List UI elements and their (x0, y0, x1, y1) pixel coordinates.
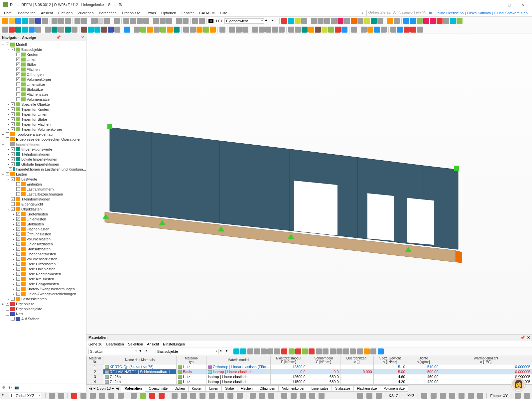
expand-icon[interactable]: ▸ (12, 212, 15, 216)
tree-checkbox[interactable] (16, 72, 20, 76)
expand-icon[interactable]: ▸ (12, 232, 15, 236)
expand-icon[interactable]: ▸ (7, 158, 10, 161)
new-icon[interactable] (2, 18, 8, 24)
tree-checkbox[interactable] (16, 282, 20, 286)
s45-icon[interactable] (322, 27, 328, 33)
sb13-icon[interactable] (172, 393, 178, 399)
expand-icon[interactable]: ▸ (7, 113, 10, 116)
tree-item[interactable]: Stäbe (0, 62, 86, 67)
zoom-icon[interactable] (183, 18, 189, 24)
tab-liniensätze[interactable]: Liniensätze (308, 385, 332, 392)
tree-item[interactable]: Öffnungen (0, 72, 86, 77)
help-icon[interactable] (378, 348, 384, 354)
tab-flächensätze[interactable]: Flächensätze (353, 385, 380, 392)
sb23-icon[interactable] (268, 393, 274, 399)
material-row[interactable]: 4 GL24h Holz Isotrop | Linear elastisch … (87, 379, 532, 384)
license-info[interactable]: Online License 55 | Eliška Kafková | Dlu… (435, 11, 531, 15)
menu-optionen[interactable]: Optionen (159, 11, 179, 15)
s7-icon[interactable] (45, 27, 51, 33)
tree-checkbox[interactable] (11, 107, 15, 111)
expand-icon[interactable]: ▸ (12, 217, 15, 221)
tree-item[interactable]: ▸ Typen für Linien (0, 112, 86, 117)
last-icon[interactable]: ⏭ (115, 386, 119, 390)
tree-checkbox[interactable] (16, 92, 20, 96)
tree-item[interactable]: ▸ Volumenlasten (0, 236, 86, 241)
expand-icon[interactable]: ▸ (12, 252, 15, 256)
grid3-icon[interactable] (137, 18, 143, 24)
tree-item[interactable]: Stabsätze (0, 87, 86, 92)
tab-stäbe[interactable]: Stäbe (221, 385, 237, 392)
export-icon[interactable] (309, 348, 315, 354)
next-icon[interactable]: ▸ (112, 386, 114, 390)
tree-item[interactable]: ▸ Flächensatzlasten (0, 251, 86, 256)
table-icon[interactable] (29, 18, 35, 24)
tree-checkbox[interactable] (16, 262, 20, 266)
tree-checkbox[interactable] (16, 237, 20, 241)
t17-icon[interactable] (351, 18, 357, 24)
tree-checkbox[interactable] (16, 192, 20, 196)
expand-icon[interactable]: − (7, 48, 10, 51)
s37-icon[interactable] (265, 27, 271, 33)
nav-camera-icon[interactable]: 📷 (14, 385, 19, 390)
expand-icon[interactable]: ▸ (12, 227, 15, 231)
render2-icon[interactable] (160, 18, 166, 24)
t19-icon[interactable] (364, 18, 370, 24)
tree-checkbox[interactable] (11, 202, 15, 206)
tree-checkbox[interactable] (16, 187, 20, 191)
sb28-icon[interactable] (319, 393, 325, 399)
expand-icon[interactable]: ▸ (12, 247, 15, 251)
tree-item[interactable]: ▸ Knotenlasten (0, 211, 86, 216)
tree-item[interactable]: ▸ Imperfektionswerte (0, 147, 86, 152)
s6-icon[interactable] (35, 27, 41, 33)
grid1-icon[interactable] (123, 18, 129, 24)
expand-icon[interactable]: ▸ (7, 163, 10, 166)
tab-flächen[interactable]: Flächen (237, 385, 256, 392)
close-button[interactable]: ✕ (516, 0, 529, 9)
tree-checkbox[interactable] (16, 227, 20, 231)
lf-next-icon[interactable]: ▸ (272, 18, 278, 24)
tree-checkbox[interactable] (11, 117, 15, 121)
sb8-icon[interactable] (118, 393, 124, 399)
sb12-icon[interactable] (159, 393, 165, 399)
tree-checkbox[interactable] (16, 222, 20, 226)
sb11-icon[interactable] (149, 393, 155, 399)
expand-icon[interactable]: ▸ (12, 257, 15, 261)
sb18-icon[interactable] (218, 393, 224, 399)
sb41-icon[interactable] (524, 393, 530, 399)
sb26-icon[interactable] (300, 393, 306, 399)
s50-icon[interactable] (361, 27, 367, 33)
fit-icon[interactable] (176, 18, 182, 24)
s23-icon[interactable] (160, 27, 166, 33)
nav2-prev-icon[interactable]: ◂ (219, 348, 225, 354)
menu-datei[interactable]: Datei (1, 11, 15, 15)
s28-icon[interactable] (197, 27, 202, 33)
mt7-icon[interactable] (274, 348, 280, 354)
s4-icon[interactable] (22, 27, 28, 33)
tab-linien[interactable]: Linien (205, 385, 222, 392)
mat-menu-bearbeiten[interactable]: Bearbeiten (106, 342, 124, 346)
expand-icon[interactable]: − (1, 43, 5, 46)
tree-item[interactable]: ▸ Globale Imperfektionen (0, 162, 86, 167)
tree-item[interactable]: Knoten (0, 52, 86, 57)
loadcase-combo[interactable]: Eigengewicht (224, 18, 264, 24)
sb20-icon[interactable] (237, 393, 243, 399)
maximize-button[interactable]: ▢ (503, 0, 516, 9)
s57-icon[interactable] (410, 27, 416, 33)
t23-icon[interactable] (394, 18, 400, 24)
tab-öffnungen[interactable]: Öffnungen (256, 385, 279, 392)
expand-icon[interactable]: ▸ (12, 282, 15, 286)
tree-checkbox[interactable] (11, 162, 15, 166)
s39-icon[interactable] (279, 27, 285, 33)
sb31-icon[interactable] (366, 393, 372, 399)
t26-icon[interactable] (417, 18, 423, 24)
expand-icon[interactable]: ▸ (12, 287, 15, 291)
tree-item[interactable]: Eigengewicht (0, 201, 86, 206)
sb21-icon[interactable] (250, 393, 256, 399)
s16-icon[interactable] (108, 27, 114, 33)
nav2-next-icon[interactable]: ▸ (226, 348, 232, 354)
tree-checkbox[interactable] (16, 182, 20, 186)
tree-item[interactable]: Ergebnisse der booleschen Operationen (0, 137, 86, 142)
s25-icon[interactable] (174, 27, 180, 33)
fx4-icon[interactable] (350, 348, 356, 354)
tree-item[interactable]: Lastfallnummern (0, 187, 86, 192)
